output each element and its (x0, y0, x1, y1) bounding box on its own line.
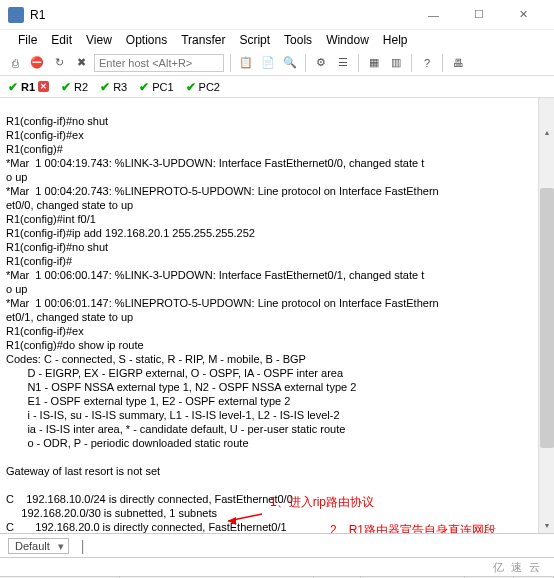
check-icon: ✔ (100, 80, 110, 94)
separator (411, 54, 412, 72)
tab-label: PC2 (199, 81, 220, 93)
terminal-line: Gateway of last resort is not set (6, 465, 160, 477)
tab-label: R2 (74, 81, 88, 93)
terminal-line: C 192.168.10.0/24 is directly connected,… (6, 493, 293, 505)
script2-icon[interactable]: ▥ (387, 54, 405, 72)
terminal-line: *Mar 1 00:04:19.743: %LINK-3-UPDOWN: Int… (6, 157, 424, 169)
tab-r1[interactable]: ✔R1✕ (8, 80, 49, 94)
svg-marker-1 (228, 517, 236, 525)
terminal-line: D - EIGRP, EX - EIGRP external, O - OSPF… (6, 367, 343, 379)
close-button[interactable]: ✕ (501, 1, 546, 29)
scroll-down-button[interactable]: ▾ (539, 517, 554, 533)
terminal-line: o up (6, 283, 27, 295)
terminal-line: R1(config-if)#no shut (6, 115, 108, 127)
menu-bar: File Edit View Options Transfer Script T… (0, 30, 554, 50)
window-title: R1 (30, 8, 411, 22)
terminal-line: R1(config-if)#ip add 192.168.20.1 255.25… (6, 227, 255, 239)
help-icon[interactable]: ? (418, 54, 436, 72)
check-icon: ✔ (8, 80, 18, 94)
terminal-line: N1 - OSPF NSSA external type 1, N2 - OSP… (6, 381, 356, 393)
connect-icon[interactable]: ⎙ (6, 54, 24, 72)
scroll-thumb[interactable] (540, 188, 554, 448)
host-input[interactable] (94, 54, 224, 72)
terminal-pane[interactable]: R1(config-if)#no shut R1(config-if)#ex R… (0, 98, 554, 534)
disconnect-icon[interactable]: ⛔ (28, 54, 46, 72)
terminal-line: et0/1, changed state to up (6, 311, 133, 323)
check-icon: ✔ (139, 80, 149, 94)
terminal-line: R1(config-if)#ex (6, 325, 84, 337)
terminal-line: 192.168.20.0/30 is subnetted, 1 subnets (6, 507, 217, 519)
props-icon[interactable]: ⚙ (312, 54, 330, 72)
terminal-line: Codes: C - connected, S - static, R - RI… (6, 353, 306, 365)
copy-icon[interactable]: 📋 (237, 54, 255, 72)
watermark: 亿 速 云 (0, 558, 554, 576)
separator (230, 54, 231, 72)
svg-marker-3 (250, 533, 258, 534)
terminal-line: E1 - OSPF external type 1, E2 - OSPF ext… (6, 395, 290, 407)
tool-icon[interactable]: 🖶 (449, 54, 467, 72)
tab-pc1[interactable]: ✔PC1 (139, 80, 173, 94)
menu-help[interactable]: Help (377, 33, 414, 47)
app-icon (8, 7, 24, 23)
terminal-line: et0/0, changed state to up (6, 199, 133, 211)
default-dropdown[interactable]: Default (8, 538, 69, 554)
menu-transfer[interactable]: Transfer (175, 33, 231, 47)
terminal-line: ia - IS-IS inter area, * - candidate def… (6, 423, 345, 435)
tab-label: R1 (21, 81, 35, 93)
terminal-line: o up (6, 171, 27, 183)
arrow-icon (250, 530, 330, 534)
tab-pc2[interactable]: ✔PC2 (186, 80, 220, 94)
terminal-line: i - IS-IS, su - IS-IS summary, L1 - IS-I… (6, 409, 340, 421)
check-icon: ✔ (61, 80, 71, 94)
terminal-line: R1(config)# (6, 143, 63, 155)
menu-tools[interactable]: Tools (278, 33, 318, 47)
reconnect-icon[interactable]: ↻ (50, 54, 68, 72)
menu-script[interactable]: Script (233, 33, 276, 47)
terminal-line: R1(config)#do show ip route (6, 339, 144, 351)
terminal-line: *Mar 1 00:04:20.743: %LINEPROTO-5-UPDOWN… (6, 185, 439, 197)
script1-icon[interactable]: ▦ (365, 54, 383, 72)
cancel-icon[interactable]: ✖ (72, 54, 90, 72)
bottom-bar: Default | (0, 534, 554, 558)
terminal-line: R1(config-if)#no shut (6, 241, 108, 253)
menu-file[interactable]: File (12, 33, 43, 47)
title-bar: R1 — ☐ ✕ (0, 0, 554, 30)
check-icon: ✔ (186, 80, 196, 94)
minimize-button[interactable]: — (411, 1, 456, 29)
scroll-up-button[interactable]: ▴ (539, 124, 554, 140)
menu-edit[interactable]: Edit (45, 33, 78, 47)
separator (442, 54, 443, 72)
toolbar: ⎙ ⛔ ↻ ✖ 📋 📄 🔍 ⚙ ☰ ▦ ▥ ? 🖶 (0, 50, 554, 76)
options-icon[interactable]: ☰ (334, 54, 352, 72)
terminal-line: R1(config-if)#ex (6, 129, 84, 141)
arrow-icon (228, 514, 268, 528)
annotation-1: 1、进入rip路由协议 (270, 496, 374, 509)
separator (358, 54, 359, 72)
separator: | (81, 538, 85, 554)
maximize-button[interactable]: ☐ (456, 1, 501, 29)
tab-r2[interactable]: ✔R2 (61, 80, 88, 94)
tab-label: PC1 (152, 81, 173, 93)
terminal-line: R1(config)#int f0/1 (6, 213, 96, 225)
paste-icon[interactable]: 📄 (259, 54, 277, 72)
annotation-2: 2、R1路由器宣告自身直连网段 (330, 524, 496, 534)
menu-view[interactable]: View (80, 33, 118, 47)
menu-window[interactable]: Window (320, 33, 375, 47)
terminal-line: *Mar 1 00:06:00.147: %LINK-3-UPDOWN: Int… (6, 269, 424, 281)
terminal-line: o - ODR, P - periodic downloaded static … (6, 437, 249, 449)
tab-close-icon[interactable]: ✕ (38, 81, 49, 92)
terminal-line: *Mar 1 00:06:01.147: %LINEPROTO-5-UPDOWN… (6, 297, 439, 309)
vertical-scrollbar[interactable]: ▴ ▾ (538, 98, 554, 533)
find-icon[interactable]: 🔍 (281, 54, 299, 72)
session-tabs: ✔R1✕ ✔R2 ✔R3 ✔PC1 ✔PC2 (0, 76, 554, 98)
tab-label: R3 (113, 81, 127, 93)
menu-options[interactable]: Options (120, 33, 173, 47)
terminal-line: R1(config-if)# (6, 255, 72, 267)
separator (305, 54, 306, 72)
tab-r3[interactable]: ✔R3 (100, 80, 127, 94)
